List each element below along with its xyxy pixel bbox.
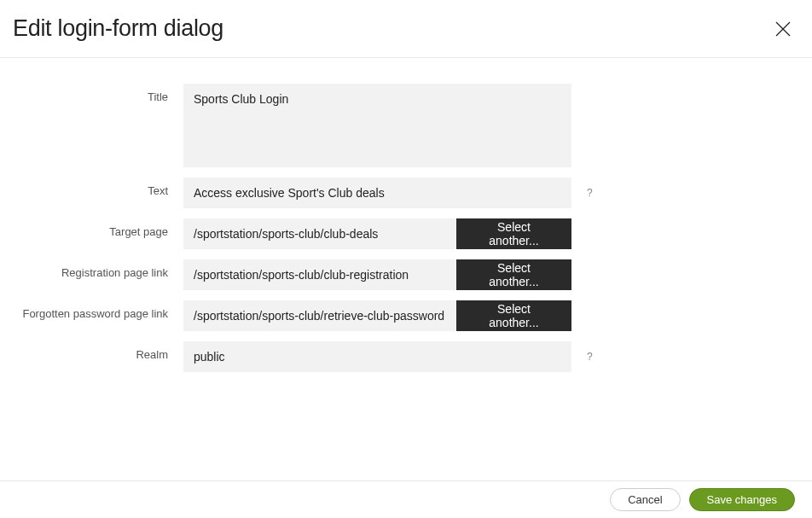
title-input[interactable] (183, 84, 571, 167)
target-page-input[interactable] (183, 218, 456, 249)
select-another-target-page-button[interactable]: Select another... (456, 218, 571, 249)
select-another-forgotten-password-button[interactable]: Select another... (456, 300, 571, 331)
form-row-text: Text ? (17, 178, 795, 208)
help-realm-icon[interactable]: ? (587, 351, 593, 363)
text-input[interactable] (183, 178, 571, 208)
form-row-realm: Realm ? (17, 341, 795, 372)
label-realm: Realm (17, 341, 183, 361)
dialog-body: Title Text ? Target page Select another.… (0, 58, 812, 399)
cancel-button[interactable]: Cancel (610, 488, 680, 511)
label-forgotten-password: Forgotten password page link (17, 300, 183, 320)
label-title: Title (17, 84, 183, 103)
label-registration-page: Registration page link (17, 259, 183, 279)
label-text: Text (17, 178, 183, 197)
realm-input[interactable] (183, 341, 571, 372)
label-target-page: Target page (17, 218, 183, 238)
registration-page-input[interactable] (183, 259, 456, 290)
form-row-registration-page: Registration page link Select another... (17, 259, 795, 290)
help-text-icon[interactable]: ? (587, 187, 593, 199)
form-row-target-page: Target page Select another... (17, 218, 795, 249)
form-row-title: Title (17, 84, 795, 167)
save-button[interactable]: Save changes (689, 488, 795, 511)
dialog-footer: Cancel Save changes (0, 480, 812, 518)
close-button[interactable] (771, 17, 795, 41)
select-another-registration-page-button[interactable]: Select another... (456, 259, 571, 290)
dialog-title: Edit login-form dialog (13, 15, 223, 42)
form-row-forgotten-password: Forgotten password page link Select anot… (17, 300, 795, 331)
forgotten-password-input[interactable] (183, 300, 456, 331)
close-icon (773, 19, 793, 39)
dialog-header: Edit login-form dialog (0, 0, 812, 58)
